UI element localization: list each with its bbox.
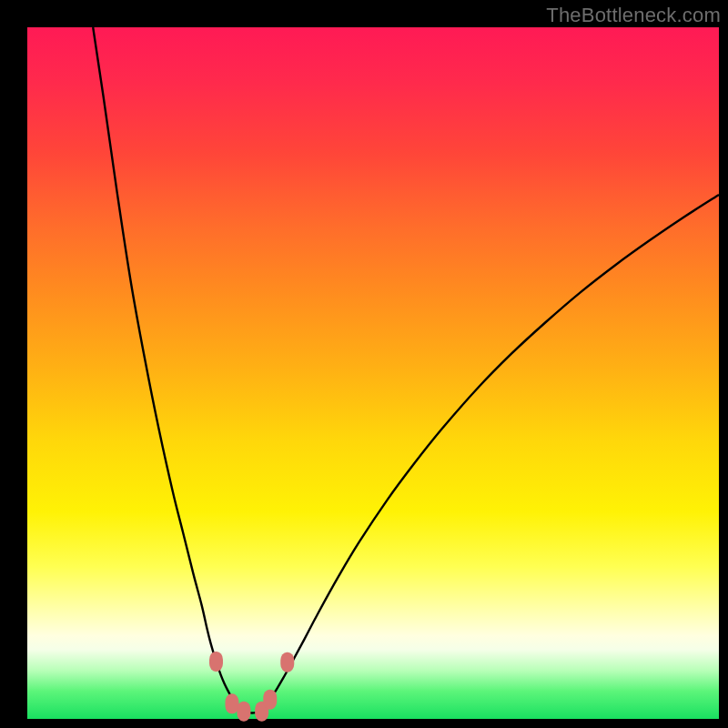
curve-left-branch [93, 27, 241, 711]
efficiency-marker [209, 652, 223, 672]
efficiency-marker [237, 702, 250, 722]
markers-group [209, 652, 294, 722]
efficiency-marker [263, 690, 277, 710]
curve-layer [27, 27, 719, 719]
watermark-text: TheBottleneck.com [546, 4, 721, 27]
efficiency-marker [280, 652, 294, 672]
plot-area [27, 27, 719, 719]
efficiency-marker [225, 693, 238, 713]
curve-right-branch [262, 195, 719, 711]
chart-frame: TheBottleneck.com [0, 0, 728, 728]
